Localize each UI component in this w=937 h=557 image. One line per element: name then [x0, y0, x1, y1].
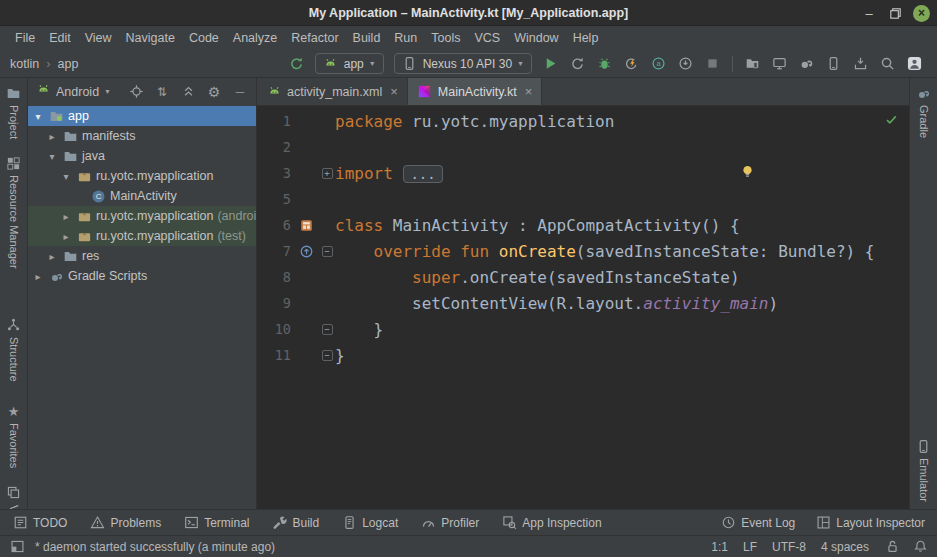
caret-position[interactable]: 1:1	[711, 540, 728, 554]
stop-button[interactable]	[700, 53, 725, 75]
run-config-select[interactable]: app▼	[315, 53, 384, 74]
code-line-10[interactable]: 10− }	[257, 316, 909, 342]
menu-tools[interactable]: Tools	[424, 31, 467, 45]
menu-build[interactable]: Build	[346, 31, 388, 45]
tool-stripe-structure[interactable]: Structure	[6, 313, 22, 386]
toolwindow-problems[interactable]: Problems	[89, 515, 161, 531]
minimize-button[interactable]: –	[861, 5, 877, 21]
settings-button[interactable]: ⚙	[205, 83, 223, 101]
gradle-sync-button[interactable]	[794, 53, 819, 75]
tree-item-ru-yotc-myapplication-androidtest[interactable]: ▸ru.yotc.myapplication(androidTest)	[28, 206, 256, 226]
chevron-down-icon[interactable]: ▾	[32, 111, 44, 122]
menu-run[interactable]: Run	[387, 31, 424, 45]
override-gutter[interactable]	[293, 243, 319, 259]
profiler-button[interactable]: a	[646, 53, 671, 75]
intention-bulb-icon[interactable]	[739, 163, 755, 183]
sdk-manager-button[interactable]	[848, 53, 873, 75]
fold-marker[interactable]: +	[319, 168, 335, 179]
tree-item-manifests[interactable]: ▸manifests	[28, 126, 256, 146]
toolwindow-app-inspection[interactable]: App Inspection	[501, 515, 601, 531]
tool-stripe-variants[interactable]: Variants	[6, 481, 22, 509]
code-line-7[interactable]: 7− override fun onCreate(savedInstanceSt…	[257, 238, 909, 264]
emulator-monitor-button[interactable]	[767, 53, 792, 75]
code-line-1[interactable]: 1package ru.yotc.myapplication	[257, 108, 909, 134]
code-line-9[interactable]: 9 setContentView(R.layout.activity_main)	[257, 290, 909, 316]
menu-refactor[interactable]: Refactor	[284, 31, 345, 45]
chevron-right-icon[interactable]: ▸	[60, 211, 72, 222]
menu-window[interactable]: Window	[507, 31, 565, 45]
code-line-11[interactable]: 11−}	[257, 342, 909, 368]
tree-item-java[interactable]: ▾java	[28, 146, 256, 166]
toolwindow-event-log[interactable]: Event Log	[720, 515, 795, 531]
fold-marker[interactable]: −	[319, 350, 335, 361]
project-view-selector[interactable]: Android	[56, 85, 99, 99]
chevron-down-icon[interactable]: ▾	[46, 151, 58, 162]
tree-item-res[interactable]: ▸res	[28, 246, 256, 266]
tool-stripe-favorites[interactable]: ★Favorites	[6, 399, 22, 472]
chevron-right-icon[interactable]: ▸	[60, 231, 72, 242]
titlebar[interactable]: My Application – MainActivity.kt [My_App…	[0, 0, 937, 26]
close-tab-icon[interactable]: ×	[525, 84, 533, 99]
code-line-5[interactable]: 5	[257, 186, 909, 212]
toolwindow-layout-inspector[interactable]: Layout Inspector	[815, 515, 925, 531]
device-file-explorer-button[interactable]	[740, 53, 765, 75]
fold-marker[interactable]: −	[319, 324, 335, 335]
avatar-button[interactable]	[902, 53, 927, 75]
menu-help[interactable]: Help	[566, 31, 606, 45]
tree-item-ru-yotc-myapplication-test[interactable]: ▸ru.yotc.myapplication(test)	[28, 226, 256, 246]
tree-item-app[interactable]: ▾app	[28, 106, 256, 126]
apply-changes-button[interactable]	[619, 53, 644, 75]
editor-tab-mainactivity-kt[interactable]: MainActivity.kt×	[408, 78, 543, 105]
indent-setting[interactable]: 4 spaces	[821, 540, 869, 554]
chevron-right-icon[interactable]: ▸	[46, 251, 58, 262]
toolwindow-logcat[interactable]: Logcat	[341, 515, 398, 531]
code-line-8[interactable]: 8 super.onCreate(savedInstanceState)	[257, 264, 909, 290]
fold-marker[interactable]: −	[319, 246, 335, 257]
toolwindow-toggle-button[interactable]	[9, 539, 25, 555]
related-files-gutter[interactable]	[293, 217, 319, 233]
tree-item-gradle-scripts[interactable]: ▸Gradle Scripts	[28, 266, 256, 286]
encoding[interactable]: UTF-8	[772, 540, 806, 554]
line-ending[interactable]: LF	[743, 540, 757, 554]
code-line-2[interactable]: 2	[257, 134, 909, 160]
menu-analyze[interactable]: Analyze	[226, 31, 284, 45]
inspections-ok-icon[interactable]	[883, 111, 899, 131]
menu-vcs[interactable]: VCS	[467, 31, 507, 45]
notifications-button[interactable]	[912, 539, 928, 555]
code-line-6[interactable]: 6class MainActivity : AppCompatActivity(…	[257, 212, 909, 238]
search-button[interactable]	[875, 53, 900, 75]
restart-button[interactable]	[565, 53, 590, 75]
menu-edit[interactable]: Edit	[42, 31, 78, 45]
sort-button[interactable]: ⇅	[153, 83, 171, 101]
chevron-right-icon[interactable]: ▸	[46, 131, 58, 142]
run-button[interactable]	[538, 53, 563, 75]
tree-item-mainactivity[interactable]: CMainActivity	[28, 186, 256, 206]
toolwindow-terminal[interactable]: Terminal	[183, 515, 249, 531]
collapse-all-button[interactable]	[179, 83, 197, 101]
close-button[interactable]: ×	[913, 5, 930, 22]
chevron-down-icon[interactable]: ▾	[60, 171, 72, 182]
code-editor[interactable]: 1package ru.yotc.myapplication23+import …	[257, 106, 909, 509]
menu-view[interactable]: View	[78, 31, 119, 45]
menu-navigate[interactable]: Navigate	[119, 31, 182, 45]
breadcrumb-app[interactable]: app	[58, 57, 79, 71]
sync-arrow-button[interactable]	[284, 53, 309, 75]
tool-stripe-resource-manager[interactable]: Resource Manager	[6, 151, 22, 273]
status-message[interactable]: * daemon started successfully (a minute …	[35, 540, 275, 554]
tool-stripe-gradle[interactable]: Gradle	[916, 81, 932, 142]
hide-button[interactable]: ─	[231, 83, 249, 101]
menu-file[interactable]: File	[8, 31, 42, 45]
close-tab-icon[interactable]: ×	[390, 84, 398, 99]
menu-code[interactable]: Code	[182, 31, 226, 45]
locate-button[interactable]	[127, 83, 145, 101]
unlock-button[interactable]	[884, 539, 900, 555]
device-select[interactable]: Nexus 10 API 30▼	[394, 53, 532, 74]
restore-button[interactable]	[887, 5, 903, 21]
editor-tab-activity-main-xml[interactable]: activity_main.xml×	[257, 78, 408, 105]
tool-stripe-emulator[interactable]: Emulator	[916, 434, 932, 506]
chevron-right-icon[interactable]: ▸	[32, 271, 44, 282]
toolwindow-todo[interactable]: TODO	[12, 515, 67, 531]
tool-stripe-project[interactable]: Project	[6, 81, 22, 143]
tree-item-ru-yotc-myapplication[interactable]: ▾ru.yotc.myapplication	[28, 166, 256, 186]
code-line-3[interactable]: 3+import ...	[257, 160, 909, 186]
